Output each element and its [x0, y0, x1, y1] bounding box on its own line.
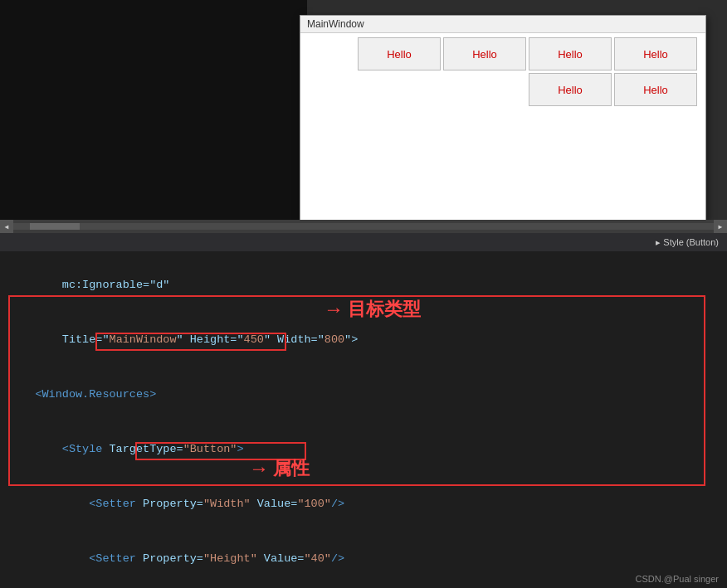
preview-area: MainWindow Hello Hello Hello Hello Hello…: [0, 0, 727, 228]
arrow-2: →: [249, 457, 269, 480]
watermark-text: CSDN.@Pual singer: [636, 574, 719, 584]
wpf-button-5[interactable]: Hello: [529, 73, 612, 106]
arrow-1: →: [324, 298, 344, 321]
wpf-button-1[interactable]: Hello: [358, 37, 441, 70]
status-bar: ▸ Style (Button): [0, 233, 727, 251]
code-line-5: <Setter Property="Width" Value="100"/>: [8, 477, 727, 532]
wpf-button-4[interactable]: Hello: [614, 37, 697, 70]
code-line-3: <Window.Resources>: [8, 367, 727, 422]
wpf-window: MainWindow Hello Hello Hello Hello Hello…: [300, 15, 706, 222]
wpf-content: Hello Hello Hello Hello Hello Hello: [300, 33, 705, 221]
wpf-titlebar: MainWindow: [300, 16, 705, 33]
scroll-right[interactable]: ▶: [714, 220, 727, 233]
black-background: [0, 0, 307, 228]
wpf-window-title: MainWindow: [307, 18, 364, 30]
scroll-thumb[interactable]: [30, 223, 80, 230]
annotation-targettype: → 目标类型: [324, 297, 421, 322]
wpf-button-3[interactable]: Hello: [529, 37, 612, 70]
scrollbar[interactable]: ◀ ▶: [0, 220, 727, 233]
scroll-left[interactable]: ◀: [0, 220, 13, 233]
status-text: ▸ Style (Button): [656, 237, 719, 248]
annotation-property-text: 属性: [273, 456, 310, 481]
code-line-6: <Setter Property="Height" Value="40"/>: [8, 532, 727, 586]
wpf-button-2[interactable]: Hello: [443, 37, 526, 70]
annotation-property: → 属性: [249, 456, 310, 481]
scroll-track[interactable]: [13, 223, 714, 230]
annotation-targettype-text: 目标类型: [348, 297, 421, 322]
watermark: CSDN.@Pual singer: [636, 574, 719, 584]
wpf-button-6[interactable]: Hello: [614, 73, 697, 106]
code-line-4: <Style TargetType="Button">: [8, 422, 727, 477]
